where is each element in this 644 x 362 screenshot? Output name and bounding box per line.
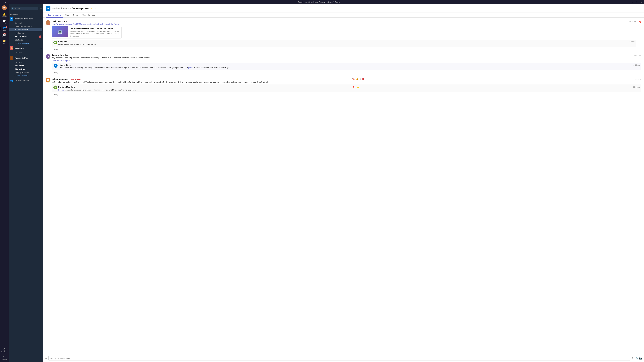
message-author-2: Daphne Knowles <box>52 54 68 56</box>
message-group-1: CD Cecily De Crum 11:00 am http://www.co… <box>43 19 644 52</box>
meetings-label: Meetings <box>2 36 7 37</box>
channel-customer-accounts[interactable]: Customer Accounts <box>9 25 42 28</box>
team-designers-menu[interactable]: ··· <box>40 47 42 49</box>
maximize-button[interactable]: □ <box>636 1 638 3</box>
forward-button[interactable]: › <box>4 1 7 3</box>
important-badge-3: !!IMPORTANT <box>70 78 82 80</box>
tab-add-button[interactable]: + <box>97 12 101 17</box>
message-content-1: Cecily De Crum 11:00 am http://www.conto… <box>52 20 636 51</box>
tab-files[interactable]: Files <box>63 12 71 17</box>
urgent-button-3[interactable]: ! <box>362 78 364 80</box>
channel-development[interactable]: Development <box>9 28 42 31</box>
emoji-button[interactable]: ☺ <box>632 357 634 360</box>
team-fourth-coffee-menu[interactable]: ··· <box>40 57 42 59</box>
link-preview-body-1: The Most Important Tech Jobs Of The Futu… <box>68 26 122 38</box>
message-content-3: Babek Shammas !!IMPORTANT 🔖 👍 6 ! 11:24 … <box>52 78 641 96</box>
message-row-3: BS Babek Shammas !!IMPORTANT 🔖 👍 6 ! <box>46 78 641 96</box>
user-avatar[interactable]: CD <box>2 5 7 10</box>
channel-website[interactable]: Website <box>9 38 42 41</box>
channel-general-northwind[interactable]: General <box>9 21 42 25</box>
team-northwind-menu[interactable]: ··· <box>40 18 42 20</box>
like-button-3[interactable]: 👍 <box>356 78 359 80</box>
tab-conversation[interactable]: Conversation <box>46 12 63 17</box>
channel-social-media[interactable]: Social Media <box>9 35 38 38</box>
activity-icon: 🔔 <box>3 13 6 16</box>
sidebar: 🔍 ✏ Favorites NT Northwind Traders ··· G… <box>8 4 43 362</box>
reply-label-2: Reply <box>54 72 58 74</box>
thread-reply-count-2[interactable]: Kadji and Jakob replied <box>52 60 641 61</box>
mention-babek[interactable]: Babek <box>58 89 64 91</box>
sidebar-item-files[interactable]: 📁 Files <box>0 39 8 45</box>
format-button[interactable]: ✏ <box>45 357 47 360</box>
search-icon: 🔍 <box>12 7 14 9</box>
channel-fun-stuff[interactable]: Fun stuff <box>9 64 42 67</box>
team-fourth-coffee-icon: ☕ <box>10 56 14 60</box>
reply-button-1[interactable]: ↩ Reply <box>52 48 636 51</box>
close-button[interactable]: ✕ <box>640 1 643 3</box>
daniela-like[interactable]: 👍 <box>356 85 360 88</box>
avatar-cecily: CD <box>46 20 50 25</box>
feedback-icon: ☺ <box>3 348 6 351</box>
star-icon[interactable]: ★ <box>91 7 93 10</box>
compose-input[interactable] <box>48 356 630 361</box>
message-meta-1: Cecily De Crum 11:00 am <box>52 20 636 22</box>
team-northwind-header[interactable]: NT Northwind Traders ··· <box>10 17 42 21</box>
sidebar-item-teams[interactable]: 2 👥 Teams <box>0 25 8 32</box>
avatar-miguel: MS <box>54 64 58 68</box>
reply-icon-2: ↩ <box>52 72 53 74</box>
sidebar-item-settings[interactable]: ⚙ Settings <box>0 355 8 361</box>
messages-area: CD Cecily De Crum 11:00 am http://www.co… <box>43 17 644 354</box>
northwind-more-channels[interactable]: 32 more channels <box>8 41 43 44</box>
inline-reply-daniela: DM Daniela Mandera ··· 🔖 👍 <box>52 84 641 92</box>
svg-text:☕: ☕ <box>11 57 12 59</box>
link-preview-image-1: 💻 <box>52 26 68 37</box>
back-button[interactable]: ‹ <box>1 1 3 3</box>
reply-button-2[interactable]: ↩ Reply <box>52 71 641 74</box>
channel-marketing-fourth-coffee[interactable]: Marketing <box>9 67 42 71</box>
search-bar[interactable]: 🔍 <box>11 7 38 10</box>
miguel-meta: Miguel Silva 11:16 am <box>59 64 640 66</box>
files-icon: 📁 <box>3 40 6 42</box>
status-indicator-daniela <box>56 88 57 89</box>
link-preview-title-1: The Most Important Tech Jobs Of The Futu… <box>70 28 120 30</box>
social-media-badge: 2 <box>39 35 41 38</box>
teams-icon: 👥 <box>3 26 6 29</box>
sidebar-item-meetings[interactable]: 📅 Meetings <box>0 32 8 38</box>
miguel-reply-content: Miguel Silva 11:16 am I don't know what … <box>59 64 640 69</box>
meet-button[interactable]: 📷 <box>639 357 642 360</box>
bookmark-icon-3[interactable]: 🔖 <box>352 78 355 80</box>
attach-button[interactable]: 📎 <box>635 357 638 360</box>
fourth-coffee-more-channels[interactable]: 4 more channels <box>8 74 43 77</box>
tab-team-services[interactable]: Team Services <box>80 12 97 17</box>
minimize-button[interactable]: – <box>631 1 634 3</box>
sidebar-item-feedback[interactable]: ☺ Feedback <box>0 347 8 354</box>
nav-rail: CD 🔔 Activity 💬 Chat 2 👥 Teams 📅 Meeting… <box>0 4 8 362</box>
daniela-more-options[interactable]: ··· <box>348 85 351 88</box>
reply-button-3[interactable]: ↩ Reply <box>52 93 641 96</box>
team-fourth-coffee-header[interactable]: ☕ Fourth Coffee ··· <box>10 56 42 60</box>
message-meta-3: Babek Shammas !!IMPORTANT 🔖 👍 6 ! 11:24 … <box>52 78 641 80</box>
sidebar-item-chat[interactable]: 💬 Chat <box>0 19 8 25</box>
channel-marketing-northwind[interactable]: Marketing <box>9 32 42 35</box>
team-designers-header[interactable]: 🎨 Designers ··· <box>10 46 42 50</box>
reply-icon-3: ↩ <box>52 94 53 96</box>
message-author-1: Cecily De Crum <box>52 20 67 22</box>
mention-jakob[interactable]: Jakob <box>188 67 193 69</box>
create-team-button[interactable]: 👥+ Create a team <box>8 78 43 83</box>
channel-more-options[interactable]: ··· <box>94 7 96 10</box>
bookmark-icon-1[interactable]: 🔖 <box>639 20 641 23</box>
search-input[interactable] <box>15 7 37 9</box>
link-preview-desc-1: For engineers, there is a lot of opportu… <box>70 30 120 34</box>
daniela-bookmark[interactable]: 🔖 <box>352 85 355 88</box>
tab-notes[interactable]: Notes <box>71 12 80 17</box>
channel-general-designers[interactable]: General <box>9 51 42 54</box>
channel-general-fourth-coffee[interactable]: General <box>9 61 42 64</box>
team-northwind-name: Northwind Traders <box>14 18 39 20</box>
create-team-label: Create a team <box>16 80 29 82</box>
channel-weekly-specials[interactable]: Weekly Specials <box>9 71 42 74</box>
message-link-1[interactable]: http://www.contoso.com/3054433/the-most-… <box>52 23 119 25</box>
window-title: Development (Northwind Traders) | Micros… <box>6 1 631 3</box>
sidebar-item-activity[interactable]: 🔔 Activity <box>0 12 8 18</box>
compose-icon[interactable]: ✏ <box>40 7 42 10</box>
message-timestamp-1: 11:00 am <box>629 20 636 22</box>
